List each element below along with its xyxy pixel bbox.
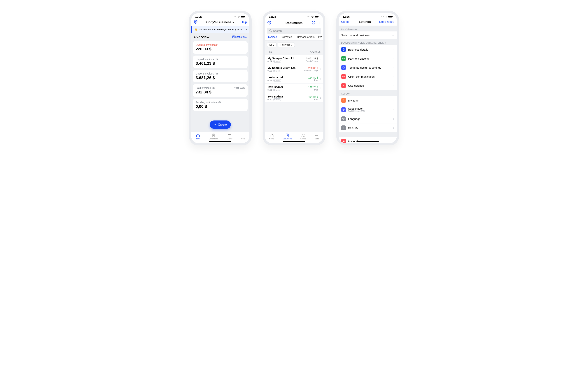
template-icon <box>341 65 346 70</box>
clock: 12:28 <box>269 15 276 18</box>
svg-rect-25 <box>343 67 344 68</box>
cell-ust-settings[interactable]: USt. settings › <box>338 81 397 90</box>
settings-icon[interactable] <box>194 20 197 24</box>
svg-point-20 <box>317 135 318 136</box>
tab-home[interactable]: Home <box>269 133 274 140</box>
tab-more[interactable]: More <box>315 133 319 140</box>
overview-section: Overview Statistics › Overdue invoices (… <box>191 33 250 132</box>
wifi-icon <box>237 15 240 18</box>
chevron-right-icon: › <box>393 48 394 51</box>
statistics-link[interactable]: Statistics › <box>232 36 247 39</box>
filter-period[interactable]: This year⌄ <box>278 42 294 47</box>
battery-icon <box>388 15 393 18</box>
row-status: Due in 7 days <box>306 60 318 62</box>
card-pending-estimates[interactable]: Pending estimates (0) 0,00 $ <box>193 99 248 111</box>
card-paid-invoices[interactable]: Year 2023 Paid invoices (3) 732,34 $ <box>193 84 248 97</box>
lock-icon <box>341 125 346 130</box>
row-meta: 0164 Unsent <box>268 60 296 62</box>
svg-point-7 <box>242 135 242 136</box>
status-badge: Unsent <box>273 70 281 72</box>
card-unpaid-invoices[interactable]: Unpaid invoices (1) 3.461,23 $ <box>193 56 248 68</box>
home-indicator <box>357 141 379 142</box>
tab-invoices[interactable]: Invoices <box>268 36 277 40</box>
settings-icon[interactable] <box>268 21 271 25</box>
cell-switch-business[interactable]: Switch or add business ⌄ <box>338 31 397 39</box>
row-meta: 0160 Unsent <box>268 98 283 101</box>
svg-rect-11 <box>318 16 319 17</box>
tab-label: Documents <box>283 138 292 140</box>
check-circle-icon[interactable] <box>312 20 315 25</box>
card-overdue-invoices[interactable]: Overdue invoices (1) 220,03 $ <box>193 41 248 54</box>
tab-documents[interactable]: Documents <box>209 133 218 140</box>
chevron-down-icon: ⌄ <box>291 43 293 46</box>
document-row[interactable]: Ewe Bednar0161 Unsent142,70 $Paid› <box>265 83 323 93</box>
tab-purchase-orders[interactable]: Purchase orders <box>296 36 315 40</box>
status-badge: Unsent <box>273 60 281 62</box>
create-button[interactable]: ＋ Create <box>210 120 231 129</box>
tab-clients[interactable]: Clients <box>300 133 306 140</box>
cell-invite-friends[interactable]: Invite friends › <box>338 137 397 143</box>
svg-rect-24 <box>343 58 345 59</box>
cell-client-communication[interactable]: Client communication › <box>338 72 397 81</box>
tab-proforma[interactable]: Pro f <box>318 36 323 40</box>
svg-point-28 <box>344 86 344 86</box>
svg-point-16 <box>302 134 303 135</box>
phone-documents: 12:28 ···· Documents + <box>263 11 325 145</box>
row-meta: 0161 Unsent <box>268 89 283 91</box>
add-button[interactable]: + <box>318 20 320 26</box>
total-label: Total <box>268 51 272 53</box>
cell-payment-options[interactable]: Payment options › <box>338 54 397 63</box>
svg-rect-10 <box>315 16 318 18</box>
clock: 12:27 <box>195 15 202 18</box>
svg-rect-31 <box>343 128 344 129</box>
chevron-right-icon: › <box>393 57 394 60</box>
cell-label: Payment options <box>348 57 369 60</box>
close-button[interactable]: Close <box>341 20 349 23</box>
row-meta: 0163 Unsent <box>268 70 296 72</box>
need-help-link[interactable]: Need help? <box>379 20 394 23</box>
tab-documents[interactable]: Documents <box>283 133 292 140</box>
trial-banner[interactable]: 👋Your free trial has 366 day/s left. Buy… <box>191 26 250 33</box>
tab-clients[interactable]: Clients <box>227 133 232 140</box>
cell-subscription[interactable]: Subscription Trial till 29. Jun 2024 › <box>338 105 397 114</box>
cell-business-details[interactable]: Business details › <box>338 45 397 54</box>
document-row[interactable]: My Sample Client Ltd.0164 Unsent3.461,23… <box>265 55 323 64</box>
cell-security[interactable]: Security › <box>338 123 397 133</box>
cell-template-design[interactable]: Template design & settings › <box>338 63 397 72</box>
search-placeholder: Search <box>273 29 282 32</box>
status-bar: 12:27 ···· <box>191 13 250 19</box>
document-row[interactable]: Ewe Bednar0160 Unsent434,84 $Paid› <box>265 93 323 103</box>
navbar-documents: Documents + <box>265 19 323 28</box>
tab-home[interactable]: Home <box>195 133 200 140</box>
svg-rect-26 <box>343 76 345 77</box>
document-row[interactable]: Lusiana Ltd.0162 Unsent154,80 $Paid› <box>265 74 323 83</box>
tab-label: Clients <box>300 138 306 140</box>
cellular-dots-icon: ···· <box>307 16 310 18</box>
svg-rect-22 <box>392 16 393 17</box>
card-unsent-invoices[interactable]: Unsent invoices (3) 3.681,26 $ <box>193 70 248 82</box>
business-selector[interactable]: Cody's Business <box>206 20 234 24</box>
filter-status[interactable]: All⌄ <box>267 42 276 47</box>
row-status: Overdue 23 days <box>303 70 318 72</box>
home-indicator <box>209 141 231 142</box>
chevron-right-icon: › <box>319 67 322 71</box>
chevron-expand-icon: ⌄ <box>392 34 394 37</box>
help-link[interactable]: Help <box>241 20 247 24</box>
row-meta: 0162 Unsent <box>268 79 284 81</box>
row-amount: 3.461,23 $ <box>306 57 318 60</box>
filter-bar: All⌄ This year⌄ <box>265 40 323 49</box>
document-tabs: Invoices Estimates Purchase orders Pro f <box>265 36 323 40</box>
tab-estimates[interactable]: Estimates <box>281 36 292 40</box>
card-label: Unpaid invoices (1) <box>196 58 245 61</box>
tab-label: Documents <box>209 138 218 140</box>
chevron-right-icon: › <box>393 126 394 130</box>
search-input[interactable]: Search <box>267 28 321 34</box>
page-title: Settings <box>359 20 371 24</box>
chevron-right-icon: › <box>319 96 322 100</box>
document-row[interactable]: My Sample Client Ltd.0163 Unsent220,03 $… <box>265 64 323 74</box>
cell-my-team[interactable]: My Team › <box>338 96 397 105</box>
clock: 12:36 <box>343 15 350 18</box>
tab-more[interactable]: More <box>241 133 245 140</box>
svg-point-6 <box>230 134 231 135</box>
cell-language[interactable]: Aあ Language › <box>338 114 397 123</box>
